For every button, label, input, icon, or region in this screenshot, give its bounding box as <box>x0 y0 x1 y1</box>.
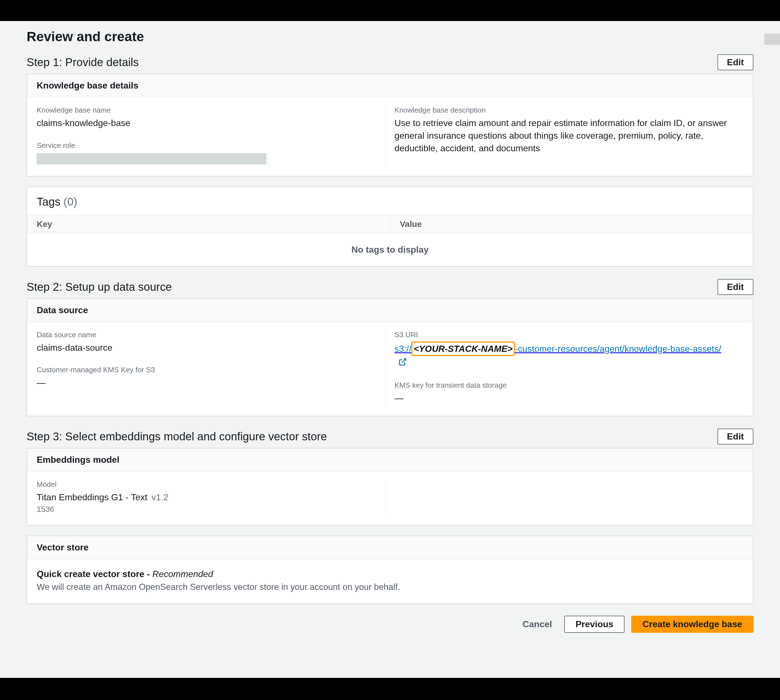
kb-details-panel: Knowledge base details Knowledge base na… <box>27 74 753 177</box>
kb-details-panel-title: Knowledge base details <box>27 74 753 97</box>
tags-col-key: Key <box>27 215 390 233</box>
page-canvas: Review and create Step 1: Provide detail… <box>0 21 780 678</box>
bottom-black-bar <box>0 678 780 700</box>
footer-buttons: Cancel Previous Create knowledge base <box>0 612 780 633</box>
model-version: v1.2 <box>152 492 168 502</box>
data-source-panel-title: Data source <box>27 299 753 322</box>
step1-title: Step 1: Provide details <box>27 56 139 68</box>
step1-header: Step 1: Provide details Edit <box>27 54 753 70</box>
embeddings-panel: Embeddings model Model Titan Embeddings … <box>27 448 753 525</box>
model-value: Titan Embeddings G1 - Text v1.2 <box>37 491 377 503</box>
tags-count: (0) <box>63 195 77 208</box>
s3-uri-label: S3 URI <box>395 330 735 339</box>
tags-empty: No tags to display <box>27 233 753 266</box>
data-source-panel: Data source Data source name claims-data… <box>27 298 753 417</box>
vector-store-desc: We will create an Amazon OpenSearch Serv… <box>37 582 743 592</box>
previous-button[interactable]: Previous <box>564 616 625 633</box>
model-label: Model <box>37 480 377 489</box>
service-role-value-redacted <box>37 153 267 165</box>
embeddings-panel-title: Embeddings model <box>27 448 753 472</box>
cancel-button[interactable]: Cancel <box>517 616 558 632</box>
kms-s3-value: — <box>37 377 377 389</box>
ds-name-value: claims-data-source <box>37 342 377 354</box>
ds-name-label: Data source name <box>37 330 377 339</box>
model-dim: 1536 <box>37 505 377 514</box>
edit-step2-button[interactable]: Edit <box>718 279 753 295</box>
s3-uri-link[interactable]: s3://<YOUR-STACK-NAME>-customer-resource… <box>395 344 721 368</box>
svg-line-0 <box>402 358 406 362</box>
edit-step1-button[interactable]: Edit <box>718 54 753 70</box>
step3-header: Step 3: Select embeddings model and conf… <box>27 428 753 445</box>
kb-name-label: Knowledge base name <box>37 106 377 115</box>
kb-name-value: claims-knowledge-base <box>37 117 377 129</box>
external-link-icon <box>398 357 407 370</box>
kms-transient-label: KMS key for transient data storage <box>395 381 735 390</box>
kms-transient-value: — <box>395 392 735 405</box>
vector-store-panel-title: Vector store <box>27 536 753 559</box>
tags-col-value: Value <box>390 215 753 233</box>
vector-store-panel: Vector store Quick create vector store -… <box>27 535 753 604</box>
edit-step3-button[interactable]: Edit <box>718 428 753 445</box>
top-black-bar <box>0 0 780 21</box>
service-role-label: Service role <box>37 141 377 150</box>
step3-title: Step 3: Select embeddings model and conf… <box>27 430 327 443</box>
kms-s3-label: Customer-managed KMS Key for S3 <box>37 365 377 374</box>
vs-title-prefix: Quick create vector store - <box>37 569 152 579</box>
model-name: Titan Embeddings G1 - Text <box>37 492 147 502</box>
kb-desc-value: Use to retrieve claim amount and repair … <box>395 117 735 154</box>
tags-title: Tags <box>37 195 60 208</box>
s3-stack-name-placeholder: <YOUR-STACK-NAME> <box>411 342 515 356</box>
tags-header: Tags (0) <box>27 187 753 215</box>
s3-rest: -customer-resources/agent/knowledge-base… <box>515 344 721 354</box>
s3-prefix: s3:// <box>395 344 411 354</box>
tags-panel: Tags (0) Key Value No tags to display <box>27 187 753 267</box>
create-knowledge-base-button[interactable]: Create knowledge base <box>631 616 753 633</box>
kb-desc-label: Knowledge base description <box>395 106 735 115</box>
scrollbar-stub[interactable] <box>764 33 780 45</box>
page-title: Review and create <box>27 21 753 54</box>
step2-title: Step 2: Setup up data source <box>27 281 172 293</box>
vector-store-title: Quick create vector store - Recommended <box>37 568 743 580</box>
vs-title-suffix: Recommended <box>152 569 213 579</box>
step2-header: Step 2: Setup up data source Edit <box>27 279 753 295</box>
